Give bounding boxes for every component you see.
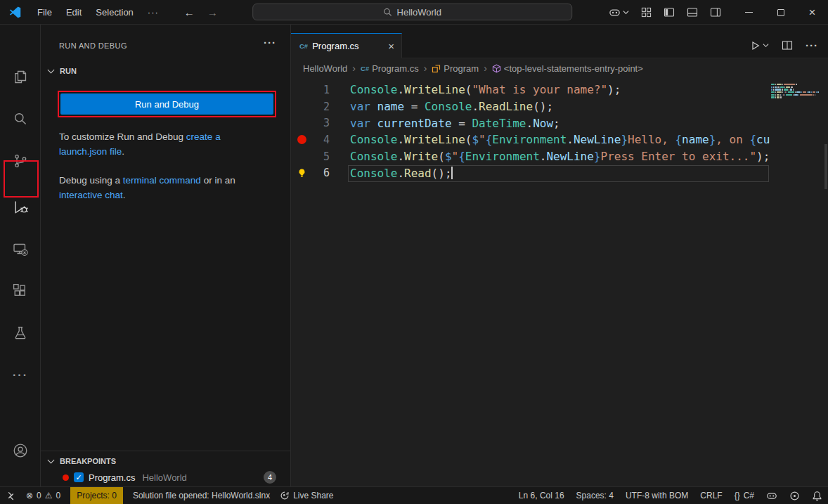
minimap-line [771, 94, 822, 96]
minimap-token [784, 91, 784, 93]
minimap-token [777, 86, 779, 88]
line-number: 6 [309, 167, 330, 179]
token: var [350, 117, 370, 130]
live-share-status[interactable]: Live Share [280, 487, 333, 504]
sidebar-item-search[interactable] [0, 106, 41, 131]
close-button[interactable]: × [796, 0, 828, 25]
projects-status[interactable]: Projects: 0 [70, 487, 123, 504]
breadcrumb-label: HelloWorld [303, 63, 347, 74]
copilot-button[interactable] [609, 6, 629, 18]
breadcrumb-entry-point[interactable]: <top-level-statements-entry-point> [492, 63, 643, 74]
problems-indicator[interactable]: ⊗ 0 ⚠ 0 [26, 487, 60, 504]
minimap-token [798, 94, 799, 96]
toggle-sidebar-right-button[interactable] [710, 7, 721, 18]
chevron-down-icon [763, 43, 769, 48]
live-share-label: Live Share [293, 491, 333, 500]
code-line-3[interactable]: 3var currentDate = DateTime.Now; [291, 115, 771, 131]
menu-edit[interactable]: Edit [59, 4, 89, 20]
panel-right-icon [710, 7, 721, 18]
token: var [350, 100, 370, 113]
customize-layout-button[interactable] [641, 7, 652, 18]
minimap-token [796, 84, 797, 85]
tab-close-icon[interactable]: × [388, 41, 394, 51]
symbol-class-icon [432, 64, 441, 73]
code-line-2[interactable]: 2var name = Console.ReadLine(); [291, 98, 771, 115]
solution-status[interactable]: Solution file opened: HelloWorld.slnx [133, 487, 270, 504]
notifications-bell[interactable] [812, 487, 822, 504]
menu-file[interactable]: File [30, 4, 59, 20]
maximize-button[interactable] [765, 0, 796, 25]
nav-back-icon[interactable]: ← [184, 6, 195, 18]
command-center-search[interactable]: HelloWorld [252, 4, 572, 20]
minimap-token [791, 86, 792, 88]
run-section-header[interactable]: RUN [48, 67, 77, 75]
minimap-token [803, 91, 806, 93]
split-editor-button[interactable] [782, 40, 793, 51]
code-line-5[interactable]: 5Console.Write($"{Environment.NewLine}Pr… [291, 148, 771, 165]
sidebar-item-testing[interactable] [0, 321, 41, 346]
eol-sequence[interactable]: CRLF [700, 487, 722, 504]
minimap-token [817, 91, 819, 93]
token: } [621, 133, 628, 146]
sidebar-item-source-control[interactable] [0, 148, 41, 174]
sidebar-item-remote-explorer[interactable] [0, 236, 41, 261]
code-line-4[interactable]: 4Console.WriteLine($"{Environment.NewLin… [291, 131, 771, 148]
toggle-panel-bottom-button[interactable] [687, 7, 698, 18]
run-and-debug-button[interactable]: Run and Debug [60, 93, 273, 115]
csharp-devkit-status[interactable] [789, 487, 800, 504]
breakpoint-project: HelloWorld [142, 472, 186, 483]
language-mode[interactable]: {} C# [735, 487, 754, 504]
source-control-icon [12, 153, 29, 169]
activity-bar-more[interactable]: ··· [0, 363, 41, 388]
line-number: 3 [309, 117, 330, 129]
account-button[interactable] [0, 438, 41, 463]
gutter-4[interactable] [295, 135, 309, 144]
breakpoint-list-item[interactable]: ✓ Program.cs HelloWorld 4 [41, 469, 290, 486]
sidebar-item-run-and-debug[interactable] [0, 194, 41, 219]
minimize-button[interactable] [733, 0, 765, 25]
minimap-token [775, 86, 777, 88]
hint-text: . [123, 190, 126, 200]
code-editor[interactable]: 1Console.WriteLine("What is your name?")… [291, 78, 771, 486]
hint-text: Debug using a [59, 175, 123, 186]
statusbar-right: Ln 6, Col 16 Spaces: 4 UTF-8 with BOM CR… [507, 487, 828, 504]
interactive-chat-link[interactable]: interactive chat [59, 190, 123, 200]
hint-text: To customize Run and Debug [59, 131, 186, 142]
remote-indicator[interactable] [6, 487, 16, 504]
panel-title: RUN AND DEBUG [59, 41, 127, 50]
menu-more[interactable]: ··· [141, 4, 166, 20]
encoding[interactable]: UTF-8 with BOM [626, 487, 688, 504]
tab-program-cs[interactable]: C# Program.cs × [291, 33, 402, 58]
code-line-6[interactable]: 6Console.Read(); [291, 164, 771, 181]
sidebar-item-explorer[interactable] [0, 64, 41, 89]
breadcrumb-class[interactable]: Program [432, 63, 479, 74]
gutter-6[interactable] [295, 168, 309, 178]
nav-forward-icon[interactable]: → [207, 6, 218, 18]
run-file-button[interactable] [749, 40, 769, 51]
toggle-sidebar-left-button[interactable] [664, 7, 675, 18]
cursor-position[interactable]: Ln 6, Col 16 [519, 487, 564, 504]
breadcrumb-separator: › [484, 63, 487, 74]
code-text: var name = Console.ReadLine(); [350, 100, 553, 113]
sidebar-item-extensions[interactable] [0, 278, 41, 304]
editor-more-actions[interactable]: ··· [806, 39, 818, 51]
indentation[interactable]: Spaces: 4 [576, 487, 614, 504]
token: Write [404, 150, 438, 163]
minimap-token [813, 91, 815, 93]
minimap-token [780, 96, 782, 98]
breadcrumb-folder[interactable]: HelloWorld [303, 63, 347, 74]
search-icon [384, 8, 393, 17]
minimap-line [771, 89, 822, 90]
minimap[interactable] [771, 84, 822, 99]
breakpoint-checkbox[interactable]: ✓ [74, 472, 84, 482]
scrollbar-thumb[interactable] [824, 144, 827, 189]
panel-more-actions[interactable]: ··· [264, 37, 276, 49]
breakpoints-section-header[interactable]: BREAKPOINTS [41, 451, 290, 465]
terminal-command-link[interactable]: terminal command [123, 175, 201, 186]
copilot-status[interactable] [766, 487, 777, 504]
menu-selection[interactable]: Selection [89, 4, 140, 20]
code-line-1[interactable]: 1Console.WriteLine("What is your name?")… [291, 82, 771, 98]
token: Console [350, 133, 397, 146]
minimap-token [773, 86, 774, 88]
breadcrumb-file[interactable]: C# Program.cs [361, 63, 419, 74]
